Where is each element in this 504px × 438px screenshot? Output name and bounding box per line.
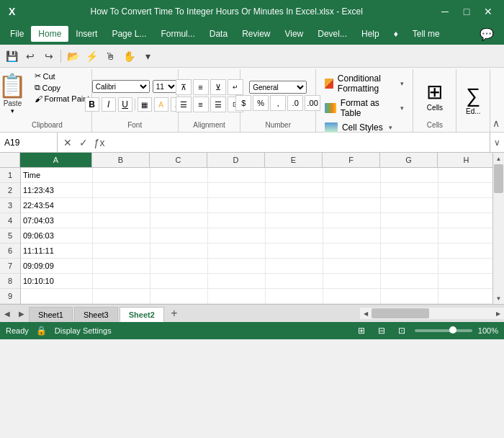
align-bottom-button[interactable]: ⊻ bbox=[210, 79, 226, 95]
cell-C6[interactable] bbox=[150, 243, 208, 259]
cell-A3[interactable]: 22:43:54 bbox=[21, 198, 93, 213]
close-button[interactable]: ✕ bbox=[478, 1, 498, 22]
underline-button[interactable]: U bbox=[118, 97, 132, 112]
insert-function-button[interactable]: ƒx bbox=[92, 135, 107, 150]
cell-C4[interactable] bbox=[150, 213, 208, 228]
redo-button[interactable]: ↪ bbox=[40, 48, 58, 65]
font-size-select[interactable]: 11 bbox=[153, 80, 178, 93]
menu-formulas[interactable]: Formul... bbox=[153, 26, 202, 42]
maximize-button[interactable]: □ bbox=[456, 1, 477, 22]
scroll-left-button[interactable]: ◀ bbox=[360, 308, 372, 319]
row-num-4[interactable]: 4 bbox=[0, 213, 20, 228]
number-format-select[interactable]: General bbox=[249, 81, 307, 94]
border-button[interactable]: ▦ bbox=[138, 97, 152, 112]
minimize-button[interactable]: ─ bbox=[435, 1, 455, 22]
cell-E6[interactable] bbox=[266, 243, 323, 259]
cell-G9[interactable] bbox=[381, 289, 438, 304]
cell-reference-input[interactable] bbox=[0, 133, 58, 152]
quick-btn-3[interactable]: 🖱 bbox=[102, 48, 119, 65]
cell-D9[interactable] bbox=[208, 289, 266, 304]
sheet-nav-right[interactable]: ▶ bbox=[14, 305, 29, 322]
cell-A2[interactable]: 11:23:43 bbox=[21, 183, 93, 198]
zoom-thumb[interactable] bbox=[449, 326, 456, 334]
cell-E4[interactable] bbox=[266, 213, 323, 228]
scroll-right-button[interactable]: ▶ bbox=[492, 308, 504, 319]
page-layout-view-button[interactable]: ⊟ bbox=[374, 323, 389, 338]
cell-B1[interactable] bbox=[93, 168, 150, 183]
cell-B8[interactable] bbox=[93, 274, 150, 289]
row-num-1[interactable]: 1 bbox=[0, 168, 20, 183]
cell-F5[interactable] bbox=[323, 228, 381, 243]
align-right-button[interactable]: ☰ bbox=[210, 97, 226, 112]
save-button[interactable]: 💾 bbox=[3, 48, 20, 65]
editing-button[interactable]: ∑ Ed... bbox=[459, 83, 487, 117]
cell-A4[interactable]: 07:04:03 bbox=[21, 213, 93, 228]
row-num-9[interactable]: 9 bbox=[0, 289, 20, 304]
cell-E2[interactable] bbox=[266, 183, 323, 198]
cell-C5[interactable] bbox=[150, 228, 208, 243]
cell-G4[interactable] bbox=[381, 213, 438, 228]
row-num-6[interactable]: 6 bbox=[0, 243, 20, 259]
cell-H1[interactable] bbox=[438, 168, 492, 183]
row-num-3[interactable]: 3 bbox=[0, 198, 20, 213]
align-top-button[interactable]: ⊼ bbox=[176, 79, 192, 95]
cell-A9[interactable] bbox=[21, 289, 93, 304]
row-num-8[interactable]: 8 bbox=[0, 274, 20, 289]
quick-btn-1[interactable]: 📂 bbox=[64, 48, 81, 65]
menu-data[interactable]: Data bbox=[202, 26, 235, 42]
cell-A1[interactable]: Time bbox=[21, 168, 93, 183]
cell-F1[interactable] bbox=[323, 168, 381, 183]
cell-styles-dropdown[interactable]: ▾ bbox=[389, 124, 392, 131]
col-header-e[interactable]: E bbox=[265, 153, 323, 167]
zoom-slider[interactable] bbox=[415, 329, 472, 332]
cell-C7[interactable] bbox=[150, 259, 208, 274]
cell-A7[interactable]: 09:09:09 bbox=[21, 259, 93, 274]
align-left-button[interactable]: ☰ bbox=[176, 97, 192, 112]
quick-dropdown[interactable]: ▾ bbox=[139, 48, 156, 65]
conditional-formatting-button[interactable]: Conditional Formatting ▾ bbox=[322, 72, 408, 95]
cell-E8[interactable] bbox=[266, 274, 323, 289]
col-header-a[interactable]: A bbox=[20, 153, 92, 167]
cell-B5[interactable] bbox=[93, 228, 150, 243]
cell-H2[interactable] bbox=[438, 183, 492, 198]
cell-C2[interactable] bbox=[150, 183, 208, 198]
cell-H5[interactable] bbox=[438, 228, 492, 243]
menu-page-layout[interactable]: Page L... bbox=[104, 26, 153, 42]
row-num-7[interactable]: 7 bbox=[0, 259, 20, 274]
menu-lightbulb[interactable]: ♦ bbox=[387, 26, 405, 42]
italic-button[interactable]: I bbox=[102, 97, 116, 112]
cell-A6[interactable]: 11:11:11 bbox=[21, 243, 93, 259]
row-num-5[interactable]: 5 bbox=[0, 228, 20, 243]
page-break-view-button[interactable]: ⊡ bbox=[395, 323, 409, 338]
cell-D2[interactable] bbox=[208, 183, 266, 198]
menu-insert[interactable]: Insert bbox=[68, 26, 104, 42]
paste-button[interactable]: 📋 Paste ▾ bbox=[0, 71, 30, 116]
cell-F6[interactable] bbox=[323, 243, 381, 259]
cell-G5[interactable] bbox=[381, 228, 438, 243]
ribbon-collapse-button[interactable]: ∧ bbox=[490, 117, 501, 132]
sheet-nav-left[interactable]: ◀ bbox=[0, 305, 14, 322]
sheet-tab-sheet3[interactable]: Sheet3 bbox=[74, 307, 118, 322]
cell-C1[interactable] bbox=[150, 168, 208, 183]
cell-E7[interactable] bbox=[266, 259, 323, 274]
cell-C9[interactable] bbox=[150, 289, 208, 304]
cell-C3[interactable] bbox=[150, 198, 208, 213]
cell-G2[interactable] bbox=[381, 183, 438, 198]
scroll-up-button[interactable]: ▲ bbox=[493, 153, 504, 164]
cell-F7[interactable] bbox=[323, 259, 381, 274]
col-header-g[interactable]: G bbox=[380, 153, 438, 167]
bold-button[interactable]: B bbox=[85, 97, 99, 112]
cell-B7[interactable] bbox=[93, 259, 150, 274]
cell-F2[interactable] bbox=[323, 183, 381, 198]
sheet-tab-sheet1[interactable]: Sheet1 bbox=[29, 307, 73, 322]
col-header-f[interactable]: F bbox=[323, 153, 380, 167]
scroll-down-button[interactable]: ▼ bbox=[493, 292, 504, 304]
cell-H6[interactable] bbox=[438, 243, 492, 259]
cell-D6[interactable] bbox=[208, 243, 266, 259]
cell-F3[interactable] bbox=[323, 198, 381, 213]
currency-button[interactable]: $ bbox=[235, 95, 251, 111]
format-as-table-button[interactable]: Format as Table ▾ bbox=[322, 97, 408, 120]
menu-tell-me[interactable]: Tell me bbox=[405, 26, 447, 42]
conditional-formatting-dropdown[interactable]: ▾ bbox=[400, 80, 404, 87]
accessibility-button[interactable]: 🔒 bbox=[35, 323, 49, 338]
